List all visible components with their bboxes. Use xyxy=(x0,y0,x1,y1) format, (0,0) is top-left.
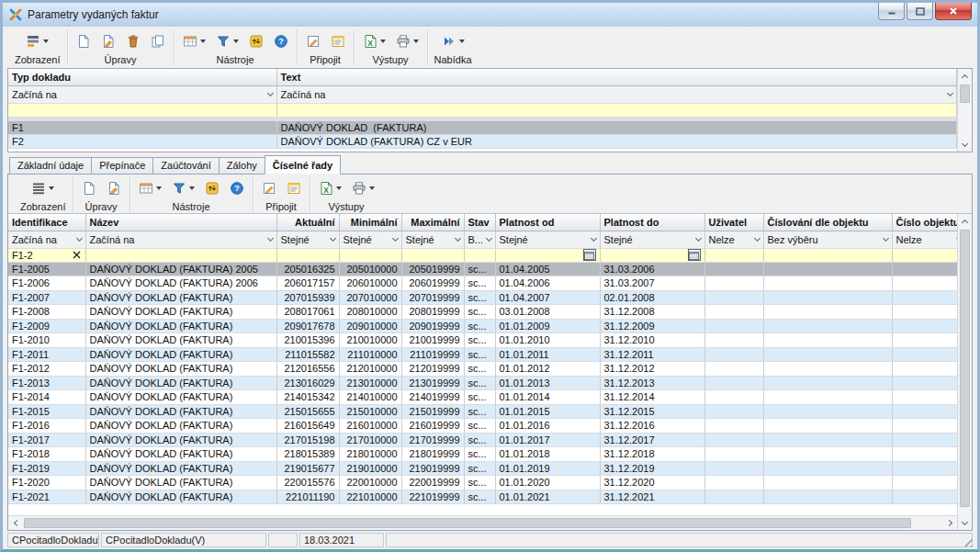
filter-input-cell[interactable] xyxy=(704,248,763,262)
calendar-button[interactable] xyxy=(583,249,596,261)
column-header-cislo-objektu[interactable]: Číslo objektu xyxy=(892,214,957,231)
table-row[interactable]: F1-2011DAŇOVÝ DOKLAD (FAKTURA)2110155822… xyxy=(8,347,957,362)
table-row[interactable]: F1-2010DAŇOVÝ DOKLAD (FAKTURA)2100153962… xyxy=(8,333,957,348)
filter-input-cell[interactable] xyxy=(600,248,704,262)
excel-export-button[interactable]: X xyxy=(361,33,388,50)
scroll-up-button[interactable] xyxy=(958,214,972,229)
scroll-thumb[interactable] xyxy=(24,518,911,528)
vertical-scrollbar[interactable] xyxy=(957,214,972,530)
actualize-button[interactable] xyxy=(247,33,265,50)
scroll-right-button[interactable] xyxy=(942,516,957,530)
table-row[interactable]: F1-2012DAŇOVÝ DOKLAD (FAKTURA)2120165562… xyxy=(8,362,957,377)
column-header-maximalni[interactable]: Maximální xyxy=(401,214,464,231)
filter-input-cell[interactable] xyxy=(8,103,276,117)
filter-combobox[interactable]: Stejné xyxy=(340,231,401,248)
tab-ciselne-rady[interactable]: Číselné řady xyxy=(265,155,341,175)
delete-record-button[interactable] xyxy=(124,33,142,50)
filter-input-cell[interactable] xyxy=(495,248,600,262)
attach-list-button[interactable] xyxy=(329,33,347,50)
horizontal-scrollbar[interactable] xyxy=(8,515,957,530)
scroll-up-button[interactable] xyxy=(958,69,972,84)
table-row[interactable]: F1-2005DAŇOVÝ DOKLAD (FAKTURA) 200520501… xyxy=(8,262,957,276)
excel-export-button[interactable]: X xyxy=(317,180,344,197)
attach-note-button[interactable] xyxy=(304,33,322,50)
column-header-text[interactable]: Text xyxy=(276,69,957,85)
scroll-thumb[interactable] xyxy=(960,84,970,103)
table-row[interactable]: F1-2006DAŇOVÝ DOKLAD (FAKTURA) 200620601… xyxy=(8,276,957,291)
filter-combobox[interactable]: Začíná na xyxy=(8,231,85,248)
filter-input-cell[interactable] xyxy=(85,248,276,262)
help-button[interactable]: ? xyxy=(228,180,246,197)
titlebar[interactable]: Parametry vydaných faktur xyxy=(3,3,977,27)
column-header-aktualni[interactable]: Aktuální xyxy=(276,214,339,231)
search-value-cell[interactable]: F1-2 xyxy=(12,249,82,262)
filter-input-cell[interactable] xyxy=(276,248,339,262)
filter-button[interactable] xyxy=(170,180,197,197)
column-header-stav[interactable]: Stav xyxy=(464,214,495,231)
attach-note-button[interactable] xyxy=(260,180,278,197)
column-header-identifikace[interactable]: Identifikace xyxy=(8,214,85,231)
column-header-platnost-od[interactable]: Platnost od xyxy=(495,214,600,231)
filter-combobox[interactable]: Začíná na xyxy=(277,86,957,103)
tab-zalohy[interactable]: Zálohy xyxy=(219,157,265,174)
filter-input-cell[interactable] xyxy=(892,248,957,262)
filter-combobox[interactable]: Začíná na xyxy=(86,231,276,248)
new-record-button[interactable] xyxy=(80,180,98,197)
menu-chevrons-button[interactable] xyxy=(440,33,467,50)
table-row[interactable]: F1-2014DAŇOVÝ DOKLAD (FAKTURA)2140153422… xyxy=(8,390,957,405)
calendar-button[interactable] xyxy=(688,249,701,261)
filter-input-cell[interactable] xyxy=(401,248,464,262)
table-row[interactable]: F1-2021DAŇOVÝ DOKLAD (FAKTURA)2210111902… xyxy=(8,490,957,504)
tab-zakladni-udaje[interactable]: Základní údaje xyxy=(9,157,92,174)
attach-list-button[interactable] xyxy=(285,180,303,197)
tab-zauctovani[interactable]: Zaúčtování xyxy=(152,157,219,174)
filter-combobox[interactable]: Bez výběru xyxy=(764,231,892,248)
tab-prepinace[interactable]: Přepínače xyxy=(91,157,153,174)
scroll-down-button[interactable] xyxy=(958,137,972,152)
date-filter-cell[interactable] xyxy=(500,249,596,262)
scroll-left-button[interactable] xyxy=(8,516,23,530)
column-header-platnost-do[interactable]: Platnost do xyxy=(600,214,704,231)
maximize-button[interactable] xyxy=(907,3,933,20)
table-row[interactable]: F1-2015DAŇOVÝ DOKLAD (FAKTURA)2150156552… xyxy=(8,404,957,419)
clear-filter-icon[interactable] xyxy=(73,251,82,259)
close-button[interactable] xyxy=(935,3,972,20)
table-row[interactable]: F1-2007DAŇOVÝ DOKLAD (FAKTURA)2070159392… xyxy=(8,290,957,305)
copy-record-button[interactable] xyxy=(149,33,167,50)
filter-combobox[interactable]: Stejné xyxy=(277,231,339,248)
minimize-button[interactable] xyxy=(878,3,905,20)
new-record-button[interactable] xyxy=(74,33,93,50)
column-header-nazev[interactable]: Název xyxy=(85,214,276,231)
table-row[interactable]: F1-2009DAŇOVÝ DOKLAD (FAKTURA)2090176782… xyxy=(8,319,957,333)
edit-record-button[interactable] xyxy=(99,33,118,50)
table-row[interactable]: F1-2020DAŇOVÝ DOKLAD (FAKTURA)2200155762… xyxy=(8,476,957,490)
view-list-button[interactable] xyxy=(29,180,56,197)
filter-combobox[interactable]: Stejné xyxy=(402,231,464,248)
filter-input-cell[interactable] xyxy=(464,248,495,262)
scroll-down-button[interactable] xyxy=(958,515,972,530)
print-button[interactable] xyxy=(394,33,421,50)
filter-input-cell[interactable] xyxy=(276,103,957,117)
column-header-uzivatel[interactable]: Uživatel xyxy=(704,214,763,231)
filter-combobox[interactable]: Stejné xyxy=(601,231,704,248)
column-header-typ-dokladu[interactable]: Typ dokladu xyxy=(8,69,276,85)
actualize-button[interactable] xyxy=(203,180,221,197)
grid-settings-button[interactable] xyxy=(181,33,208,50)
filter-combobox[interactable]: Začíná na xyxy=(8,86,276,103)
filter-input-cell[interactable] xyxy=(339,248,401,262)
view-options-button[interactable] xyxy=(24,33,51,50)
date-filter-cell[interactable] xyxy=(604,249,701,262)
filter-input-cell[interactable] xyxy=(763,248,892,262)
grid-settings-button[interactable] xyxy=(137,180,163,197)
filter-button[interactable] xyxy=(214,33,241,50)
scroll-thumb[interactable] xyxy=(960,230,970,507)
table-row[interactable]: F1-2013DAŇOVÝ DOKLAD (FAKTURA)2130160292… xyxy=(8,376,957,390)
filter-combobox[interactable]: Nelze xyxy=(705,231,763,248)
scroll-track[interactable] xyxy=(23,516,942,530)
filter-combobox[interactable]: Nelze xyxy=(893,231,958,248)
edit-record-button[interactable] xyxy=(105,180,123,197)
top-grid-row[interactable]: F2DAŇOVÝ DOKLAD (FAKTURA) CZ v EUR xyxy=(8,134,957,148)
filter-combobox[interactable]: B... xyxy=(465,231,495,248)
table-row[interactable]: F1-2008DAŇOVÝ DOKLAD (FAKTURA)2080170612… xyxy=(8,305,957,320)
top-grid-vscrollbar[interactable] xyxy=(957,69,972,152)
